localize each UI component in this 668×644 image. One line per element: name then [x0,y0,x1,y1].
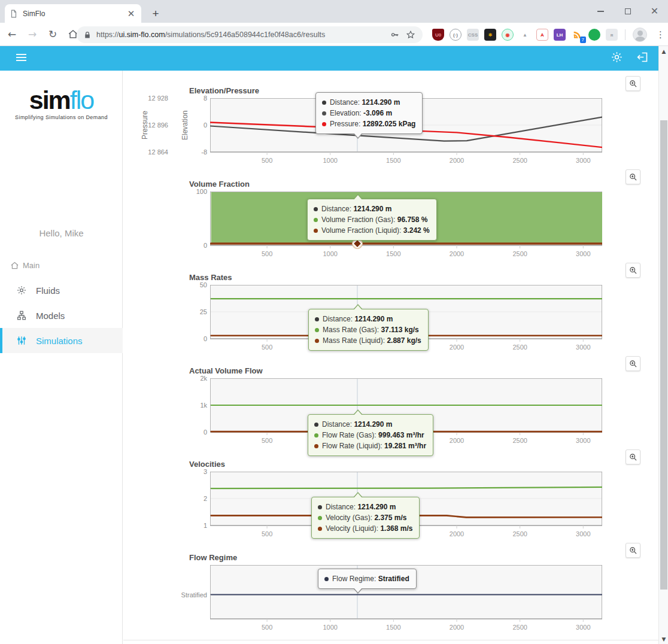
profile-avatar[interactable] [633,28,647,42]
y-tick-label: 1 [170,522,207,529]
tooltip-line: Mass Rate (Liquid): 2.887 kg/s [315,335,421,346]
back-icon[interactable]: ← [4,26,20,42]
sidebar-item-models[interactable]: Models [0,303,123,328]
ublock-shield-icon[interactable]: U0 [432,29,444,41]
ext-label: ▲ [523,32,527,38]
tooltip-pointer [354,195,362,200]
y-tick-label: 12 864 [131,148,168,156]
tooltip-value: 2.887 kg/s [387,336,421,345]
css-bubble-icon[interactable]: CSS [467,29,479,41]
plot-area[interactable]: Flow Regime: Stratified [210,565,602,619]
plot-area[interactable]: Distance: 1214.290 mVolume Fraction (Gas… [210,192,602,245]
x-tick-label: 3000 [570,624,596,631]
tooltip-label: Flow Rate (Gas): [322,431,376,439]
brackets-circle-icon[interactable]: (·) [450,29,461,41]
drive-cloud-icon[interactable]: ▲ [519,29,531,41]
chart-elevation-pressure: Elevation/PressurePressure12 92812 89612… [123,89,658,180]
sidebar-item-fluids[interactable]: Fluids [0,278,123,303]
chart-tooltip: Distance: 1214.290 mFlow Rate (Gas): 999… [308,414,433,456]
browser-titlebar: SimFlo ✕ + ✕ [0,0,668,23]
series-dot-icon [315,328,319,332]
tooltip-label: Flow Regime: [332,575,376,583]
page-scrollbar[interactable]: ▲ ▼ [658,46,668,644]
series-dot-icon [314,218,318,222]
y-tick-label: 2 [170,495,207,502]
tooltip-pointer [354,305,362,310]
y-tick-label: 50 [170,281,207,288]
chart-title: Actual Volume Flow [189,366,263,375]
chart-volume-fraction: Volume Fraction1000Distance: 1214.290 mV… [123,182,658,273]
speech-dot-icon[interactable] [588,29,600,41]
series-dot-icon [314,423,318,427]
key-icon[interactable] [390,30,400,40]
plot-area[interactable]: Distance: 1214.290 mElevation: -3.096 mP… [210,98,602,152]
chart-title: Volume Fraction [189,180,250,189]
tooltip-label: Mass Rate (Liquid): [323,336,385,345]
reload-icon[interactable]: ↻ [44,26,61,42]
nav-section-label: Main [23,261,40,270]
browser-menu-icon[interactable]: ⋮ [656,29,665,40]
tooltip-value: -3.096 m [363,109,392,117]
feed-icon[interactable]: 7 [571,29,583,41]
radar-icon[interactable]: ◉ [502,29,514,41]
x-tick-label: 2500 [507,530,533,537]
y-tick-label: 0 [170,242,207,249]
x-tick-label: 500 [254,437,280,444]
atom-warning-icon[interactable]: ⚛ [484,29,496,41]
plot-area[interactable]: Distance: 1214.290 mVelocity (Gas): 2.37… [210,472,602,525]
x-tick-label: 3000 [570,437,596,444]
plot-area[interactable]: Distance: 1214.290 mFlow Rate (Gas): 999… [210,378,602,432]
tooltip-label: Distance: [322,420,352,429]
tooltip-value: 37.113 kg/s [381,326,418,334]
favicon-doc-icon [10,10,18,18]
window-maximize-button[interactable] [614,0,641,23]
address-bar[interactable]: https://ui.sim-flo.com/simulations/5c914… [77,26,423,43]
gear-icon [16,285,27,296]
logout-icon[interactable] [636,51,649,63]
x-axis-labels: 50010001500200025003000 [210,250,602,259]
new-tab-button[interactable]: + [148,7,163,21]
plot-area[interactable]: Distance: 1214.290 mMass Rate (Gas): 37.… [210,285,602,339]
y-tick-label: Stratified [170,591,207,599]
browser-tab[interactable]: SimFlo ✕ [5,4,141,23]
window-minimize-button[interactable] [587,0,614,23]
sliders-icon [16,335,27,346]
bookmark-star-icon[interactable] [406,30,415,40]
tooltip-value: 3.242 % [403,226,430,235]
r-grey-icon[interactable]: ʀ [606,29,618,41]
x-tick-label: 3000 [570,530,596,537]
scrollbar-thumb[interactable] [660,120,667,590]
x-tick-label: 500 [254,624,280,631]
tooltip-line: Distance: 1214.290 m [315,314,421,324]
y-tick-label: 25 [170,308,207,315]
sidebar-item-simulations[interactable]: Simulations [0,328,123,353]
lighthouse-icon[interactable]: LH [554,29,566,41]
scroll-down-icon[interactable]: ▼ [659,634,668,644]
tooltip-value: Stratified [378,575,409,583]
settings-gear-icon[interactable] [611,51,623,63]
y-tick-label: 3 [170,468,207,475]
x-tick-label: 2000 [444,250,470,257]
tooltip-value: 96.758 % [397,215,428,224]
forward-icon[interactable]: → [24,26,41,42]
x-tick-label: 1500 [380,250,406,257]
lock-icon[interactable] [84,31,91,39]
acrobat-icon[interactable]: A [536,29,548,41]
y-tick-label: 1k [170,402,207,409]
series-dot-icon [315,339,319,343]
tooltip-label: Velocity (Gas): [326,514,372,522]
tooltip-line: Mass Rate (Gas): 37.113 kg/s [315,324,421,335]
series-dot-icon [324,577,329,581]
tab-close-icon[interactable]: ✕ [126,8,136,19]
tooltip-line: Flow Rate (Gas): 999.463 m³/hr [314,430,426,441]
tooltip-line: Volume Fraction (Liquid): 3.242 % [314,225,430,236]
tooltip-value: 19.281 m³/hr [384,442,426,450]
window-close-button[interactable]: ✕ [641,0,668,23]
tooltip-label: Elevation: [330,109,362,117]
x-tick-label: 3000 [570,250,596,257]
x-tick-label: 2500 [507,624,533,631]
scroll-up-icon[interactable]: ▲ [659,46,668,56]
menu-hamburger-icon[interactable] [16,54,26,63]
x-tick-label: 1000 [317,157,344,164]
series-dot-icon [315,317,319,321]
